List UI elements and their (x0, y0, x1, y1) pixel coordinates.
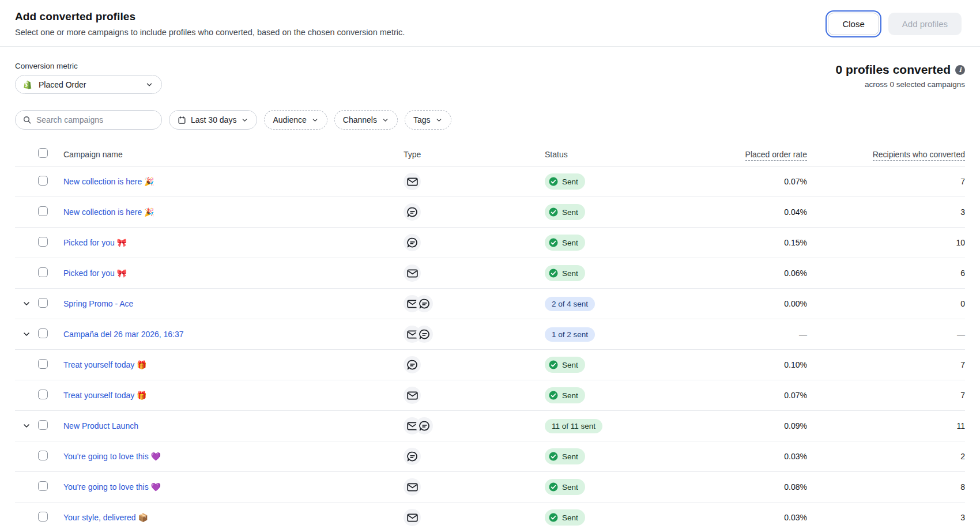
check-circle-icon (548, 512, 559, 523)
recipients-converted-value: 7 (807, 177, 965, 186)
check-circle-icon (548, 268, 559, 278)
search-icon (22, 115, 32, 124)
campaign-type-cell (404, 356, 545, 373)
row-checkbox[interactable] (38, 420, 48, 430)
email-icon (404, 173, 421, 190)
campaign-name-link[interactable]: You're going to love this 💜 (63, 452, 161, 461)
campaign-name-link[interactable]: Spring Promo - Ace (63, 299, 133, 308)
campaign-name-link[interactable]: Picked for you 🎀 (63, 238, 127, 247)
chevron-down-icon (382, 116, 389, 124)
row-checkbox[interactable] (38, 298, 48, 308)
recipients-converted-value: 2 (807, 452, 965, 461)
chevron-down-icon (435, 116, 443, 124)
audience-filter[interactable]: Audience (264, 110, 327, 130)
row-expander-cell (15, 327, 38, 341)
conversion-metric-select[interactable]: Placed Order (15, 75, 162, 94)
row-checkbox[interactable] (38, 451, 48, 460)
placed-order-rate-value: 0.03% (680, 513, 807, 522)
campaign-type-cell (404, 478, 545, 496)
campaign-type-cell (404, 234, 545, 251)
campaign-name-link[interactable]: New collection is here 🎉 (63, 207, 154, 217)
email-icon (404, 387, 421, 404)
campaign-name-link[interactable]: Treat yourself today 🎁 (63, 360, 147, 369)
audience-filter-label: Audience (273, 115, 306, 124)
tags-filter-label: Tags (413, 115, 431, 124)
calendar-icon (178, 116, 186, 124)
campaign-type-cell (404, 417, 545, 434)
channels-filter[interactable]: Channels (334, 110, 398, 130)
recipients-converted-value: — (807, 330, 965, 339)
status-cell: 2 of 4 sent (545, 297, 680, 311)
row-expander-cell (15, 419, 38, 433)
campaign-name-cell: Picked for you 🎀 (63, 268, 404, 278)
sms-icon (404, 234, 421, 251)
add-profiles-button[interactable]: Add profiles (888, 13, 962, 35)
campaign-type-cell (404, 264, 545, 282)
sms-icon (416, 326, 433, 343)
recipients-converted-value: 11 (807, 421, 965, 430)
table-row: Your style, delivered 📦Sent0.03%3 (15, 502, 965, 529)
column-recipients-converted[interactable]: Recipients who converted (807, 150, 965, 159)
row-expander-cell (15, 297, 38, 311)
campaign-type-cell (404, 509, 545, 526)
row-checkbox-cell (38, 328, 63, 341)
recipients-converted-value: 3 (807, 207, 965, 217)
campaign-name-link[interactable]: Picked for you 🎀 (63, 269, 127, 278)
modal-header-text: Add converted profiles Select one or mor… (15, 10, 405, 37)
row-checkbox[interactable] (38, 481, 48, 491)
row-checkbox[interactable] (38, 267, 48, 277)
search-input[interactable] (36, 115, 154, 124)
campaign-name-link[interactable]: Treat yourself today 🎁 (63, 391, 147, 400)
search-box (15, 110, 162, 130)
row-checkbox[interactable] (38, 328, 48, 338)
select-all-checkbox[interactable] (38, 148, 48, 158)
modal-body: Conversion metric Placed Order 0 profile… (0, 62, 980, 529)
row-checkbox-cell (38, 512, 63, 524)
column-status: Status (545, 150, 680, 159)
recipients-converted-value: 7 (807, 360, 965, 369)
campaign-name-link[interactable]: New Product Launch (63, 421, 138, 430)
recipients-converted-value: 6 (807, 269, 965, 278)
row-checkbox[interactable] (38, 176, 48, 186)
table-header-row: Campaign name Type Status Placed order r… (15, 142, 965, 167)
campaign-name-cell: Treat yourself today 🎁 (63, 360, 404, 370)
select-all-cell (38, 148, 63, 160)
check-circle-icon (548, 482, 559, 492)
close-button[interactable]: Close (828, 13, 879, 35)
row-checkbox[interactable] (38, 206, 48, 216)
row-checkbox[interactable] (38, 390, 48, 399)
row-checkbox-cell (38, 481, 63, 493)
table-row: New Product Launch11 of 11 sent0.09%11 (15, 411, 965, 441)
expand-row-chevron-icon[interactable] (20, 419, 33, 433)
table-row: New collection is here 🎉Sent0.04%3 (15, 197, 965, 228)
campaigns-table: Campaign name Type Status Placed order r… (15, 142, 965, 529)
placed-order-rate-value: 0.08% (680, 482, 807, 492)
sms-icon (404, 448, 421, 465)
campaign-name-cell: Treat yourself today 🎁 (63, 390, 404, 400)
placed-order-rate-value: 0.00% (680, 299, 807, 308)
recipients-converted-value: 3 (807, 513, 965, 522)
info-icon[interactable]: i (955, 65, 965, 75)
page-subtitle: Select one or more campaigns to include … (15, 28, 405, 37)
campaign-name-link[interactable]: You're going to love this 💜 (63, 482, 161, 492)
check-circle-icon (548, 390, 559, 400)
campaign-name-link[interactable]: Your style, delivered 📦 (63, 513, 148, 522)
expand-row-chevron-icon[interactable] (20, 327, 33, 341)
row-checkbox[interactable] (38, 237, 48, 247)
row-checkbox-cell (38, 451, 63, 463)
modal-header: Add converted profiles Select one or mor… (0, 0, 980, 47)
date-range-filter[interactable]: Last 30 days (169, 110, 257, 130)
campaign-name-cell: You're going to love this 💜 (63, 451, 404, 462)
placed-order-rate-value: 0.07% (680, 177, 807, 186)
column-placed-order-rate[interactable]: Placed order rate (680, 150, 807, 159)
expand-row-chevron-icon[interactable] (20, 297, 33, 311)
row-checkbox[interactable] (38, 512, 48, 522)
row-checkbox[interactable] (38, 359, 48, 369)
tags-filter[interactable]: Tags (405, 110, 451, 130)
campaign-name-link[interactable]: Campaña del 26 mar 2026, 16:37 (63, 330, 184, 339)
placed-order-rate-value: 0.07% (680, 391, 807, 400)
row-checkbox-cell (38, 298, 63, 310)
table-row: You're going to love this 💜Sent0.03%2 (15, 441, 965, 472)
campaign-name-link[interactable]: New collection is here 🎉 (63, 177, 154, 186)
campaign-name-cell: Spring Promo - Ace (63, 298, 404, 309)
